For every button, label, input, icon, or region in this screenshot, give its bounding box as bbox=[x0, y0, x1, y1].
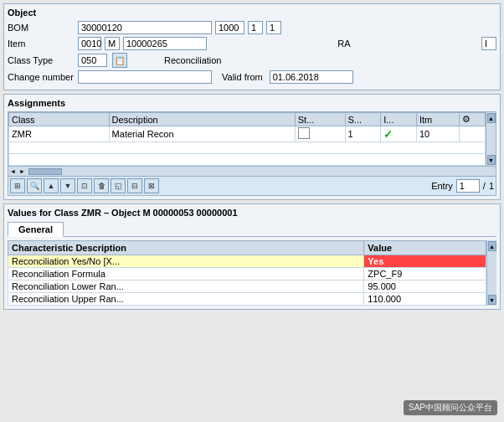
table-row-empty-1 bbox=[9, 142, 486, 154]
values-title: Values for Class ZMR – Object M 00000053… bbox=[8, 208, 496, 218]
cell-s: 1 bbox=[345, 126, 381, 142]
folder-icon: 📋 bbox=[115, 56, 125, 65]
assignments-section: Assignments Class Description St... S...… bbox=[3, 94, 501, 200]
change-number-label: Change number bbox=[8, 72, 75, 82]
bom-field4[interactable]: 1 bbox=[266, 21, 281, 34]
tab-bar: General bbox=[8, 221, 496, 237]
table-row[interactable]: ZMR Material Recon 1 ✓ 10 bbox=[9, 126, 486, 142]
item-row: Item 0010 M 10000265 RA I bbox=[8, 37, 496, 50]
scroll-thumb-h[interactable] bbox=[28, 168, 62, 175]
col-itm: Itm bbox=[416, 113, 459, 126]
cell-class: ZMR bbox=[9, 126, 110, 142]
object-section: Object BOM 30000120 1000 1 1 Item 0010 M… bbox=[3, 3, 501, 90]
value-4[interactable]: 110.000 bbox=[364, 293, 486, 306]
checkbox-st[interactable] bbox=[298, 127, 310, 139]
class-type-label: Class Type bbox=[8, 55, 75, 65]
bom-field[interactable]: 30000120 bbox=[78, 21, 212, 34]
values-header-row: Characteristic Description Value bbox=[8, 241, 486, 255]
values-scroll-up-btn[interactable]: ▲ bbox=[488, 241, 496, 251]
settings-icon: ⚙ bbox=[462, 114, 471, 124]
values-row-1[interactable]: Reconciliation Yes/No [X... Yes bbox=[8, 255, 486, 268]
tab-general[interactable]: General bbox=[8, 222, 64, 237]
char-desc-1: Reconciliation Yes/No [X... bbox=[8, 255, 364, 268]
entry-current-field[interactable] bbox=[456, 179, 480, 193]
class-type-icon-btn[interactable]: 📋 bbox=[112, 53, 127, 68]
col-char-desc: Characteristic Description bbox=[8, 241, 364, 255]
col-description: Description bbox=[109, 113, 295, 126]
toolbar-btn-5[interactable]: ⊟ bbox=[127, 178, 142, 193]
value-3[interactable]: 95.000 bbox=[364, 280, 486, 293]
col-s: S... bbox=[345, 113, 381, 126]
scroll-left-btn[interactable]: ◄ bbox=[10, 168, 16, 174]
col-value: Value bbox=[364, 241, 486, 255]
cell-i: ✓ bbox=[381, 126, 417, 142]
valid-from-label: Valid from bbox=[222, 72, 263, 82]
scroll-down-btn[interactable]: ▼ bbox=[487, 155, 496, 165]
bom-row: BOM 30000120 1000 1 1 bbox=[8, 21, 496, 34]
col-st: St... bbox=[295, 113, 345, 126]
class-type-field[interactable]: 050 bbox=[78, 54, 107, 67]
item-label: Item bbox=[8, 39, 75, 49]
value-2[interactable]: ZPC_F9 bbox=[364, 268, 486, 280]
change-number-field[interactable] bbox=[78, 70, 212, 84]
toolbar-btn-1[interactable]: ⊞ bbox=[10, 178, 25, 193]
assignments-toolbar: ⊞ 🔍 ▲ ▼ ⊡ 🗑 ◱ ⊟ ⊠ Entry / 1 bbox=[8, 176, 496, 195]
item-end-field[interactable]: I bbox=[481, 37, 496, 50]
object-title: Object bbox=[8, 8, 496, 18]
values-row-3[interactable]: Reconciliation Lower Ran... 95.000 bbox=[8, 280, 486, 293]
bom-label: BOM bbox=[8, 23, 75, 33]
toolbar-btn-search[interactable]: 🔍 bbox=[27, 178, 42, 193]
char-desc-4: Reconciliation Upper Ran... bbox=[8, 293, 364, 306]
assignments-table-container: Class Description St... S... I... Itm ⚙ bbox=[8, 111, 496, 196]
assignments-header-row: Class Description St... S... I... Itm ⚙ bbox=[9, 113, 486, 126]
item-num-field[interactable]: 10000265 bbox=[123, 37, 207, 50]
class-type-row: Class Type 050 📋 Reconciliation bbox=[8, 53, 496, 68]
col-class: Class bbox=[9, 113, 110, 126]
ra-label: RA bbox=[210, 39, 478, 49]
assignments-title: Assignments bbox=[8, 98, 496, 108]
scroll-up-btn[interactable]: ▲ bbox=[487, 113, 496, 123]
table-row-empty-2 bbox=[9, 154, 486, 166]
entry-info: Entry / 1 bbox=[431, 179, 494, 193]
change-number-row: Change number Valid from 01.06.2018 bbox=[8, 70, 496, 84]
watermark: SAP中国顾问公众平台 bbox=[404, 400, 497, 415]
toolbar-btn-down[interactable]: ▼ bbox=[60, 178, 75, 193]
item-field[interactable]: 0010 bbox=[78, 37, 101, 50]
cell-st bbox=[295, 126, 345, 142]
char-desc-3: Reconciliation Lower Ran... bbox=[8, 280, 364, 293]
cell-description: Material Recon bbox=[109, 126, 295, 142]
scroll-right-btn[interactable]: ► bbox=[19, 168, 25, 174]
bom-field2[interactable]: 1000 bbox=[215, 21, 244, 34]
values-row-2[interactable]: Reconciliation Formula ZPC_F9 bbox=[8, 268, 486, 280]
values-content: Characteristic Description Value Reconci… bbox=[8, 240, 496, 306]
entry-separator: / bbox=[483, 181, 486, 191]
toolbar-btn-4[interactable]: ◱ bbox=[111, 178, 126, 193]
toolbar-btn-up[interactable]: ▲ bbox=[44, 178, 59, 193]
values-scroll-down-btn[interactable]: ▼ bbox=[488, 295, 496, 305]
toolbar-btn-3[interactable]: ⊡ bbox=[77, 178, 92, 193]
col-settings[interactable]: ⚙ bbox=[460, 113, 486, 126]
item-type-field[interactable]: M bbox=[105, 37, 120, 50]
cell-extra bbox=[460, 126, 486, 142]
char-desc-2: Reconciliation Formula bbox=[8, 268, 364, 280]
toolbar-btn-delete[interactable]: 🗑 bbox=[94, 178, 109, 193]
cell-itm: 10 bbox=[416, 126, 459, 142]
entry-label: Entry bbox=[431, 181, 453, 191]
values-table: Characteristic Description Value Reconci… bbox=[8, 240, 486, 306]
assignments-table: Class Description St... S... I... Itm ⚙ bbox=[8, 112, 486, 166]
bom-field3[interactable]: 1 bbox=[248, 21, 263, 34]
valid-from-field[interactable]: 01.06.2018 bbox=[270, 70, 353, 84]
value-1[interactable]: Yes bbox=[364, 255, 486, 268]
check-icon: ✓ bbox=[383, 128, 393, 141]
entry-total: 1 bbox=[489, 181, 494, 191]
horizontal-scrollbar[interactable]: ◄ ► bbox=[8, 166, 496, 176]
values-section: Values for Class ZMR – Object M 00000053… bbox=[3, 203, 501, 310]
reconciliation-label: Reconciliation bbox=[164, 55, 221, 65]
col-i: I... bbox=[381, 113, 417, 126]
values-row-4[interactable]: Reconciliation Upper Ran... 110.000 bbox=[8, 293, 486, 306]
toolbar-btn-6[interactable]: ⊠ bbox=[144, 178, 159, 193]
